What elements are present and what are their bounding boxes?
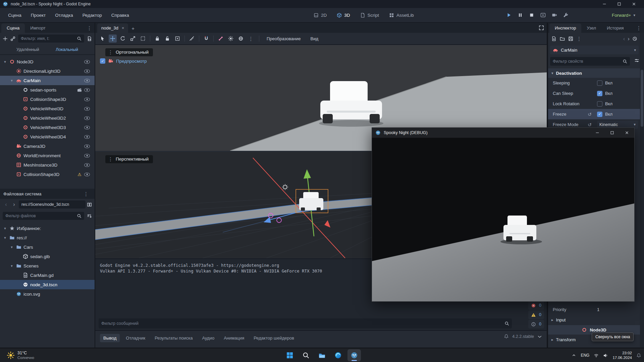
filesystem-item[interactable]: node_3d.tscn [0, 280, 95, 289]
unlock-tool-icon[interactable] [163, 35, 171, 43]
visibility-eye-icon[interactable] [84, 60, 90, 64]
mode-script[interactable]: Script [357, 11, 382, 19]
property-filter[interactable] [550, 57, 630, 66]
notifications-bell-icon[interactable] [504, 334, 509, 339]
scene-filter-input[interactable] [21, 36, 75, 41]
expand-arrow-icon[interactable]: ▾ [9, 78, 14, 83]
mode-assetlib[interactable]: AssetLib [386, 11, 417, 19]
maximize-icon[interactable] [605, 128, 620, 138]
visibility-eye-icon[interactable] [84, 144, 90, 148]
debug-tools-button[interactable] [561, 11, 570, 19]
scene-tree-item[interactable]: VehicleWheel3D2 [0, 113, 95, 123]
collapse-panel-icon[interactable] [537, 334, 542, 339]
scene-tree-item[interactable]: Camera3D [0, 141, 95, 151]
menu-view[interactable]: Вид [307, 34, 322, 43]
language-indicator[interactable]: ENG [581, 353, 589, 358]
filesystem-item[interactable]: ▾Cars [0, 242, 95, 252]
resource-menu-icon[interactable]: ⋮ [577, 36, 582, 41]
visibility-eye-icon[interactable] [84, 163, 90, 167]
visibility-eye-icon[interactable] [84, 135, 90, 139]
checkbox[interactable] [597, 112, 602, 117]
menu-Справка[interactable]: Справка [107, 11, 133, 20]
filesystem-item[interactable]: ▾Scenes [0, 261, 95, 270]
inspector-property[interactable]: Freeze↺Вкл [548, 109, 640, 119]
movie-button[interactable] [550, 11, 559, 19]
preview-checkbox[interactable] [100, 58, 105, 64]
menu-Проект[interactable]: Проект [27, 11, 50, 20]
tab-remote[interactable]: Удалённый [16, 47, 39, 52]
toggle-split-icon[interactable] [87, 202, 92, 207]
box-select-tool-icon[interactable] [139, 35, 147, 43]
inspector-property[interactable]: Can SleepВкл [548, 88, 640, 99]
scale-tool-icon[interactable] [129, 35, 137, 43]
visibility-eye-icon[interactable] [84, 88, 90, 92]
history-forward-icon[interactable]: › [628, 36, 630, 42]
expand-arrow-icon[interactable]: ▾ [3, 226, 7, 231]
new-resource-icon[interactable] [551, 36, 556, 41]
history-back-icon[interactable]: ‹ [3, 201, 9, 208]
fullscreen-icon[interactable] [539, 25, 544, 31]
pause-button[interactable] [516, 11, 525, 19]
menu-dots-tool-icon[interactable]: ⋮ [247, 35, 255, 43]
filesystem-item[interactable]: sedan.glb [0, 252, 95, 261]
dock-menu-icon[interactable]: ⋮ [636, 25, 641, 31]
minimize-icon[interactable] [597, 0, 612, 8]
sun-tool-icon[interactable] [227, 35, 235, 43]
inspector-tab-Узел[interactable]: Узел [581, 23, 601, 33]
play-scene-button[interactable] [539, 11, 547, 19]
scene-tree-item[interactable]: VehicleWheel3D [0, 104, 95, 113]
filesystem-item[interactable]: CarMain.gd [0, 270, 95, 280]
history-back-icon[interactable]: ‹ [623, 36, 625, 42]
scene-tree-item[interactable]: WorldEnvironment [0, 151, 95, 160]
sort-icon[interactable] [87, 214, 92, 219]
section-input[interactable]: ▸ Input [548, 315, 640, 325]
close-icon[interactable] [627, 0, 641, 8]
ruler-tool-icon[interactable] [188, 35, 196, 43]
checkbox[interactable] [597, 91, 602, 96]
taskbar-weather-widget[interactable]: 31°C Солнечно [4, 348, 37, 362]
filesystem-item[interactable]: icon.svg [0, 289, 95, 299]
filesystem-item[interactable]: ▾res:// [0, 233, 95, 242]
property-filter-input[interactable] [553, 59, 621, 64]
environment-tool-icon[interactable] [237, 35, 245, 43]
inspector-property[interactable]: SleepingВкл [548, 78, 640, 88]
dock-menu-icon[interactable]: ⋮ [84, 191, 89, 196]
visibility-eye-icon[interactable] [84, 79, 90, 82]
scene-tree-item[interactable]: DirectionalLight3D [0, 66, 95, 76]
taskbar-app-godot[interactable] [347, 349, 361, 361]
viewport-label-orthogonal[interactable]: ⋮ Ортогональный [105, 48, 153, 56]
group-tool-icon[interactable] [173, 35, 181, 43]
visibility-eye-icon[interactable] [84, 116, 90, 120]
expand-arrow-icon[interactable]: ▾ [9, 264, 14, 268]
scene-tree-item[interactable]: VehicleWheel3D4 [0, 132, 95, 141]
error-counter[interactable]: 0 [528, 301, 544, 310]
new-scene-tab-icon[interactable]: + [128, 24, 138, 33]
scrollbar-thumb[interactable] [641, 70, 643, 127]
rotate-tool-icon[interactable] [119, 35, 127, 43]
visibility-eye-icon[interactable] [84, 126, 90, 129]
bottom-tab-Редактор шейдеров[interactable]: Редактор шейдеров [250, 334, 298, 342]
select-tool-icon[interactable] [99, 35, 107, 43]
inspector-tab-Инспектор[interactable]: Инспектор [549, 23, 581, 33]
taskbar-app-search[interactable] [299, 349, 313, 361]
tab-local[interactable]: Локальный [56, 47, 78, 52]
scene-tree-item[interactable]: CollisionShape3D [0, 95, 95, 104]
scene-dock-tab-Сцена[interactable]: Сцена [1, 23, 25, 33]
taskbar-app-explorer[interactable] [315, 349, 329, 361]
mode-3d[interactable]: 3D [333, 11, 353, 19]
message-counter[interactable]: 0 [528, 320, 544, 328]
maximize-icon[interactable] [612, 0, 627, 8]
filesystem-filter[interactable] [3, 212, 84, 220]
bottom-tab-Анимация[interactable]: Анимация [220, 334, 248, 342]
load-resource-icon[interactable] [560, 36, 565, 41]
filesystem-path[interactable] [19, 200, 86, 208]
inspector-options-icon[interactable] [634, 58, 639, 63]
property-value[interactable]: 1 [597, 307, 599, 312]
scrollbar[interactable] [640, 33, 644, 348]
lock-tool-icon[interactable] [153, 35, 161, 43]
close-tab-icon[interactable]: × [122, 25, 124, 31]
scene-tree-item[interactable]: CollisionShape3D⚠ [0, 170, 95, 179]
taskbar-clock[interactable]: 23:02 17.06.2024 [612, 351, 632, 360]
scene-tree-item[interactable]: ▾CarMain [0, 76, 95, 85]
taskbar-app-windows[interactable] [283, 349, 297, 361]
